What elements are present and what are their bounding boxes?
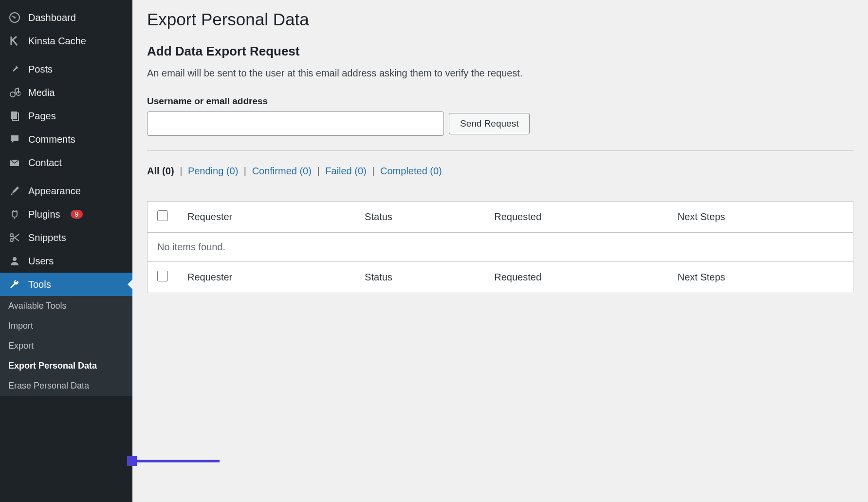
comment-icon — [8, 133, 21, 145]
pin-icon — [8, 63, 21, 75]
menu-appearance[interactable]: Appearance — [0, 179, 132, 203]
submenu-erase-personal-data[interactable]: Erase Personal Data — [0, 376, 132, 396]
update-badge: 9 — [71, 210, 83, 219]
menu-comments[interactable]: Comments — [0, 128, 132, 151]
column-next-steps-foot: Next Steps — [668, 262, 853, 293]
svg-point-9 — [13, 257, 17, 261]
menu-label: Kinsta Cache — [28, 36, 86, 47]
column-next-steps: Next Steps — [668, 202, 853, 233]
menu-plugins[interactable]: Plugins 9 — [0, 203, 132, 226]
column-requester[interactable]: Requester — [178, 202, 355, 233]
request-description: An email will be sent to the user at thi… — [147, 68, 853, 79]
menu-label: Tools — [28, 279, 51, 290]
requests-table: Requester Status Requested Next Steps No… — [147, 201, 853, 293]
column-status[interactable]: Status — [355, 202, 484, 233]
envelope-icon — [8, 157, 21, 168]
user-icon — [8, 255, 21, 267]
menu-label: Appearance — [28, 186, 81, 197]
media-icon — [8, 87, 21, 98]
menu-posts[interactable]: Posts — [0, 57, 132, 81]
brush-icon — [8, 185, 21, 197]
column-requested[interactable]: Requested — [484, 202, 667, 233]
status-filters: All (0) | Pending (0) | Confirmed (0) | … — [147, 166, 853, 177]
menu-label: Users — [28, 256, 54, 267]
submenu-import[interactable]: Import — [0, 316, 132, 336]
menu-pages[interactable]: Pages — [0, 104, 132, 128]
tools-submenu: Available Tools Import Export Export Per… — [0, 296, 132, 396]
no-items-cell: No items found. — [148, 233, 853, 262]
filter-pending[interactable]: Pending (0) — [188, 166, 238, 176]
scissors-icon — [8, 232, 21, 243]
menu-label: Pages — [28, 111, 56, 122]
username-email-input[interactable] — [147, 112, 444, 136]
filter-failed[interactable]: Failed (0) — [325, 166, 366, 176]
column-requester-foot[interactable]: Requester — [178, 262, 355, 293]
filter-all[interactable]: All (0) — [147, 166, 174, 176]
page-title: Export Personal Data — [147, 10, 853, 29]
send-request-button[interactable]: Send Request — [449, 113, 530, 134]
submenu-available-tools[interactable]: Available Tools — [0, 296, 132, 316]
menu-users[interactable]: Users — [0, 249, 132, 273]
select-all-footer — [148, 262, 178, 293]
request-form-row: Send Request — [147, 112, 853, 151]
plug-icon — [8, 208, 21, 220]
dashboard-icon — [8, 12, 21, 23]
menu-separator — [0, 53, 132, 57]
filter-completed[interactable]: Completed (0) — [380, 166, 442, 176]
menu-snippets[interactable]: Snippets — [0, 226, 132, 249]
menu-kinsta-cache[interactable]: Kinsta Cache — [0, 29, 132, 53]
username-email-label: Username or email address — [147, 96, 853, 107]
menu-label: Contact — [28, 157, 62, 168]
menu-contact[interactable]: Contact — [0, 151, 132, 174]
menu-separator — [0, 174, 132, 179]
svg-point-1 — [14, 17, 16, 19]
admin-sidebar: Dashboard Kinsta Cache Posts Media Pages… — [0, 0, 132, 502]
select-all-checkbox-top[interactable] — [157, 210, 168, 221]
svg-point-2 — [10, 92, 15, 97]
menu-label: Comments — [28, 134, 75, 145]
menu-dashboard[interactable]: Dashboard — [0, 6, 132, 29]
main-content: Export Personal Data Add Data Export Req… — [132, 0, 868, 502]
select-all-header — [148, 202, 178, 233]
add-request-heading: Add Data Export Request — [147, 44, 853, 59]
pages-icon — [8, 110, 21, 122]
column-requested-foot[interactable]: Requested — [484, 262, 667, 293]
menu-label: Media — [28, 87, 55, 98]
kinsta-icon — [8, 35, 21, 47]
menu-label: Dashboard — [28, 12, 76, 23]
submenu-export-personal-data[interactable]: Export Personal Data — [0, 356, 132, 376]
column-status-foot[interactable]: Status — [355, 262, 484, 293]
menu-media[interactable]: Media — [0, 81, 132, 104]
menu-label: Snippets — [28, 232, 66, 243]
filter-confirmed[interactable]: Confirmed (0) — [252, 166, 312, 176]
submenu-export[interactable]: Export — [0, 336, 132, 356]
menu-tools[interactable]: Tools — [0, 273, 132, 296]
wrench-icon — [8, 279, 21, 290]
select-all-checkbox-bottom[interactable] — [157, 271, 168, 281]
menu-label: Plugins — [28, 209, 60, 220]
table-no-items-row: No items found. — [148, 233, 853, 262]
menu-label: Posts — [28, 64, 53, 75]
